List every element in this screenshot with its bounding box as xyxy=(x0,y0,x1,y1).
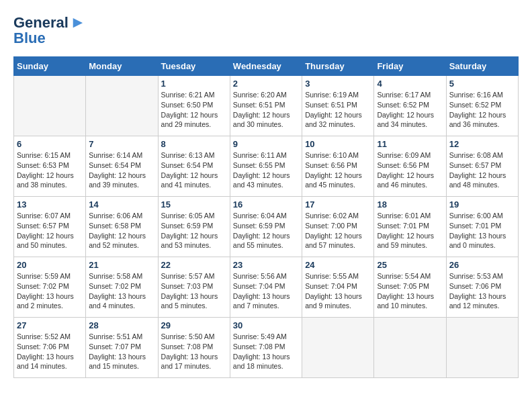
day-info: Sunrise: 5:55 AM Sunset: 7:04 PM Dayligh… xyxy=(305,271,371,311)
calendar-cell: 23Sunrise: 5:56 AM Sunset: 7:04 PM Dayli… xyxy=(230,257,302,318)
day-info: Sunrise: 6:11 AM Sunset: 6:55 PM Dayligh… xyxy=(233,150,299,190)
calendar-cell: 3Sunrise: 6:19 AM Sunset: 6:51 PM Daylig… xyxy=(302,76,374,136)
day-info: Sunrise: 5:54 AM Sunset: 7:05 PM Dayligh… xyxy=(377,271,443,311)
logo: General► Blue xyxy=(13,13,86,46)
calendar-cell xyxy=(302,318,374,378)
day-number: 23 xyxy=(233,260,299,270)
day-info: Sunrise: 6:19 AM Sunset: 6:51 PM Dayligh… xyxy=(305,90,371,130)
day-number: 22 xyxy=(161,260,227,270)
calendar-cell: 21Sunrise: 5:58 AM Sunset: 7:02 PM Dayli… xyxy=(86,257,158,318)
day-info: Sunrise: 5:52 AM Sunset: 7:06 PM Dayligh… xyxy=(17,332,83,371)
day-info: Sunrise: 6:15 AM Sunset: 6:53 PM Dayligh… xyxy=(17,150,83,190)
day-info: Sunrise: 6:00 AM Sunset: 7:01 PM Dayligh… xyxy=(449,211,515,250)
weekday-header: Wednesday xyxy=(230,57,302,76)
calendar-cell: 15Sunrise: 6:05 AM Sunset: 6:59 PM Dayli… xyxy=(158,197,230,257)
day-number: 30 xyxy=(233,320,299,330)
calendar-cell: 24Sunrise: 5:55 AM Sunset: 7:04 PM Dayli… xyxy=(302,257,374,318)
day-number: 2 xyxy=(233,79,299,89)
calendar-cell: 30Sunrise: 5:49 AM Sunset: 7:08 PM Dayli… xyxy=(230,318,302,378)
calendar-week-row: 27Sunrise: 5:52 AM Sunset: 7:06 PM Dayli… xyxy=(14,318,519,378)
calendar-cell: 17Sunrise: 6:02 AM Sunset: 7:00 PM Dayli… xyxy=(302,197,374,257)
calendar-cell: 10Sunrise: 6:10 AM Sunset: 6:56 PM Dayli… xyxy=(302,136,374,197)
day-info: Sunrise: 6:16 AM Sunset: 6:52 PM Dayligh… xyxy=(449,90,515,130)
weekday-header: Saturday xyxy=(446,57,518,76)
calendar-cell xyxy=(374,318,446,378)
calendar-cell: 1Sunrise: 6:21 AM Sunset: 6:50 PM Daylig… xyxy=(158,76,230,136)
day-number: 14 xyxy=(89,199,154,210)
calendar-cell xyxy=(86,76,158,136)
calendar-table: SundayMondayTuesdayWednesdayThursdayFrid… xyxy=(13,56,519,378)
day-number: 1 xyxy=(161,79,227,89)
day-number: 9 xyxy=(233,139,299,149)
day-info: Sunrise: 5:56 AM Sunset: 7:04 PM Dayligh… xyxy=(233,271,299,311)
day-info: Sunrise: 5:59 AM Sunset: 7:02 PM Dayligh… xyxy=(17,271,83,311)
day-number: 16 xyxy=(233,199,299,210)
day-info: Sunrise: 5:50 AM Sunset: 7:08 PM Dayligh… xyxy=(161,332,227,371)
calendar-week-row: 20Sunrise: 5:59 AM Sunset: 7:02 PM Dayli… xyxy=(14,257,519,318)
day-info: Sunrise: 5:51 AM Sunset: 7:07 PM Dayligh… xyxy=(89,332,154,371)
day-number: 6 xyxy=(17,139,83,149)
calendar-cell: 25Sunrise: 5:54 AM Sunset: 7:05 PM Dayli… xyxy=(374,257,446,318)
day-number: 4 xyxy=(377,79,443,89)
calendar-cell: 26Sunrise: 5:53 AM Sunset: 7:06 PM Dayli… xyxy=(446,257,518,318)
day-number: 5 xyxy=(449,79,515,89)
calendar-cell: 5Sunrise: 6:16 AM Sunset: 6:52 PM Daylig… xyxy=(446,76,518,136)
weekday-header: Monday xyxy=(86,57,158,76)
calendar-cell: 12Sunrise: 6:08 AM Sunset: 6:57 PM Dayli… xyxy=(446,136,518,197)
calendar-cell: 27Sunrise: 5:52 AM Sunset: 7:06 PM Dayli… xyxy=(14,318,86,378)
calendar-cell: 28Sunrise: 5:51 AM Sunset: 7:07 PM Dayli… xyxy=(86,318,158,378)
calendar-cell xyxy=(446,318,518,378)
day-info: Sunrise: 6:13 AM Sunset: 6:54 PM Dayligh… xyxy=(161,150,227,190)
calendar-cell: 14Sunrise: 6:06 AM Sunset: 6:58 PM Dayli… xyxy=(86,197,158,257)
day-info: Sunrise: 6:09 AM Sunset: 6:56 PM Dayligh… xyxy=(377,150,443,190)
day-number: 27 xyxy=(17,320,83,330)
day-info: Sunrise: 6:08 AM Sunset: 6:57 PM Dayligh… xyxy=(449,150,515,190)
calendar-cell: 13Sunrise: 6:07 AM Sunset: 6:57 PM Dayli… xyxy=(14,197,86,257)
day-number: 17 xyxy=(305,199,371,210)
day-number: 26 xyxy=(449,260,515,270)
day-number: 12 xyxy=(449,139,515,149)
day-number: 3 xyxy=(305,79,371,89)
weekday-header: Sunday xyxy=(14,57,86,76)
day-info: Sunrise: 5:57 AM Sunset: 7:03 PM Dayligh… xyxy=(161,271,227,311)
calendar-cell: 20Sunrise: 5:59 AM Sunset: 7:02 PM Dayli… xyxy=(14,257,86,318)
day-number: 21 xyxy=(89,260,154,270)
calendar-cell: 6Sunrise: 6:15 AM Sunset: 6:53 PM Daylig… xyxy=(14,136,86,197)
day-info: Sunrise: 6:10 AM Sunset: 6:56 PM Dayligh… xyxy=(305,150,371,190)
calendar-week-row: 6Sunrise: 6:15 AM Sunset: 6:53 PM Daylig… xyxy=(14,136,519,197)
day-info: Sunrise: 5:49 AM Sunset: 7:08 PM Dayligh… xyxy=(233,332,299,371)
calendar-cell: 18Sunrise: 6:01 AM Sunset: 7:01 PM Dayli… xyxy=(374,197,446,257)
day-info: Sunrise: 6:05 AM Sunset: 6:59 PM Dayligh… xyxy=(161,211,227,250)
day-number: 25 xyxy=(377,260,443,270)
day-info: Sunrise: 6:06 AM Sunset: 6:58 PM Dayligh… xyxy=(89,211,154,250)
day-number: 7 xyxy=(89,139,154,149)
weekday-header: Tuesday xyxy=(158,57,230,76)
calendar-cell: 2Sunrise: 6:20 AM Sunset: 6:51 PM Daylig… xyxy=(230,76,302,136)
day-number: 13 xyxy=(17,199,83,210)
day-info: Sunrise: 6:21 AM Sunset: 6:50 PM Dayligh… xyxy=(161,90,227,130)
weekday-header: Thursday xyxy=(302,57,374,76)
day-info: Sunrise: 6:07 AM Sunset: 6:57 PM Dayligh… xyxy=(17,211,83,250)
calendar-cell: 22Sunrise: 5:57 AM Sunset: 7:03 PM Dayli… xyxy=(158,257,230,318)
day-number: 19 xyxy=(449,199,515,210)
day-number: 24 xyxy=(305,260,371,270)
calendar-week-row: 13Sunrise: 6:07 AM Sunset: 6:57 PM Dayli… xyxy=(14,197,519,257)
logo-subtext: Blue xyxy=(13,31,46,46)
day-number: 18 xyxy=(377,199,443,210)
day-info: Sunrise: 6:14 AM Sunset: 6:54 PM Dayligh… xyxy=(89,150,154,190)
day-info: Sunrise: 5:53 AM Sunset: 7:06 PM Dayligh… xyxy=(449,271,515,311)
calendar-cell: 16Sunrise: 6:04 AM Sunset: 6:59 PM Dayli… xyxy=(230,197,302,257)
calendar-cell xyxy=(14,76,86,136)
calendar-cell: 4Sunrise: 6:17 AM Sunset: 6:52 PM Daylig… xyxy=(374,76,446,136)
calendar-cell: 19Sunrise: 6:00 AM Sunset: 7:01 PM Dayli… xyxy=(446,197,518,257)
weekday-header: Friday xyxy=(374,57,446,76)
day-number: 29 xyxy=(161,320,227,330)
day-number: 11 xyxy=(377,139,443,149)
day-number: 20 xyxy=(17,260,83,270)
calendar-cell: 8Sunrise: 6:13 AM Sunset: 6:54 PM Daylig… xyxy=(158,136,230,197)
day-number: 10 xyxy=(305,139,371,149)
calendar-cell: 11Sunrise: 6:09 AM Sunset: 6:56 PM Dayli… xyxy=(374,136,446,197)
logo-text: General► xyxy=(13,13,86,31)
calendar-cell: 7Sunrise: 6:14 AM Sunset: 6:54 PM Daylig… xyxy=(86,136,158,197)
day-info: Sunrise: 5:58 AM Sunset: 7:02 PM Dayligh… xyxy=(89,271,154,311)
